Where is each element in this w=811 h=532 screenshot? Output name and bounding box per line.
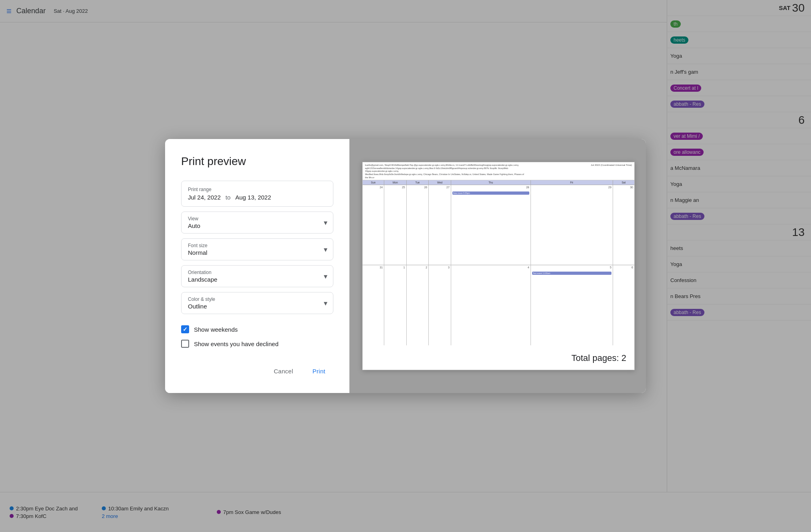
show-weekends-label: Show weekends (194, 326, 238, 333)
print-preview-dialog: Print preview Print range Jul 24, 2022 t… (165, 139, 646, 393)
view-value: Auto (188, 222, 327, 229)
dialog-actions: Cancel Print (181, 348, 333, 379)
preview-page: kue9o@gmail.com, 5bop9 9616d9tempe8ab1To… (362, 162, 635, 370)
preview-cal-grid: Sun Mon Tue Wed Thu Fri Sat 24 (363, 180, 634, 345)
print-range-from: Jul 24, 2022 (188, 194, 221, 201)
color-style-value: Outline (188, 303, 327, 310)
color-style-arrow-icon: ▾ (324, 299, 327, 308)
preview-header: kue9o@gmail.com, 5bop9 9616d9tempe8ab1To… (363, 162, 634, 180)
preview-event: Test event 11:00am (532, 272, 611, 275)
cancel-button[interactable]: Cancel (266, 364, 301, 379)
view-dropdown[interactable]: View Auto ▾ (181, 212, 333, 234)
font-size-label: Font size (188, 243, 327, 248)
preview-month-label: Jul 2022 (Coordinated Universal Time) (591, 164, 632, 179)
print-range-label: Print range (188, 187, 327, 192)
view-label: View (188, 216, 327, 222)
show-weekends-row[interactable]: ✓ Show weekends (181, 325, 333, 333)
dialog-title: Print preview (181, 155, 333, 168)
font-size-arrow-icon: ▾ (324, 245, 327, 254)
font-size-value: Normal (188, 249, 327, 256)
modal-overlay: Print preview Print range Jul 24, 2022 t… (0, 0, 811, 532)
font-size-dropdown[interactable]: Font size Normal ▾ (181, 238, 333, 260)
show-weekends-checkbox[interactable]: ✓ (181, 325, 189, 333)
show-declined-label: Show events you have declined (194, 341, 278, 347)
orientation-arrow-icon: ▾ (324, 272, 327, 281)
orientation-label: Orientation (188, 270, 327, 275)
show-declined-row[interactable]: Show events you have declined (181, 340, 333, 348)
preview-panel: kue9o@gmail.com, 5bop9 9616d9tempe8ab1To… (349, 139, 646, 393)
total-pages-label: Total pages: 2 (571, 353, 626, 363)
checkmark-icon: ✓ (183, 326, 188, 332)
preview-header-text: kue9o@gmail.com, 5bop9 9616d9tempe8ab1To… (365, 164, 525, 179)
color-style-dropdown[interactable]: Color & style Outline ▾ (181, 292, 333, 314)
left-panel: Print preview Print range Jul 24, 2022 t… (165, 139, 349, 393)
orientation-dropdown[interactable]: Orientation Landscape ▾ (181, 265, 333, 287)
show-declined-checkbox[interactable] (181, 340, 189, 348)
print-button[interactable]: Print (305, 364, 333, 379)
preview-event: New moon 5:55pm (452, 191, 529, 195)
print-range-to: Aug 13, 2022 (235, 194, 271, 201)
view-arrow-icon: ▾ (324, 218, 327, 227)
orientation-value: Landscape (188, 276, 327, 283)
color-style-label: Color & style (188, 296, 327, 302)
print-range-to-label: to (226, 194, 231, 201)
print-range-box: Print range Jul 24, 2022 to Aug 13, 2022 (181, 181, 333, 207)
